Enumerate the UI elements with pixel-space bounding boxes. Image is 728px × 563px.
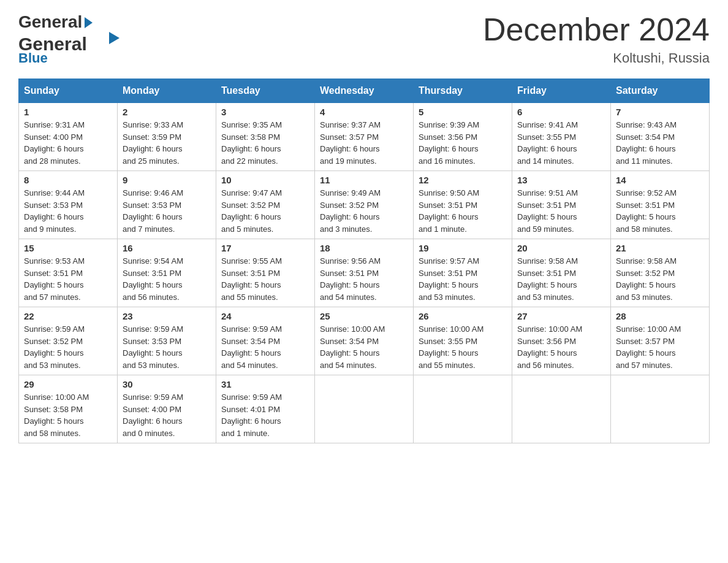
day-info: Sunrise: 9:59 AMSunset: 4:00 PMDaylight:… bbox=[123, 391, 211, 439]
day-cell: 8Sunrise: 9:44 AMSunset: 3:53 PMDaylight… bbox=[19, 171, 118, 239]
day-cell bbox=[315, 375, 414, 443]
day-cell: 13Sunrise: 9:51 AMSunset: 3:51 PMDayligh… bbox=[512, 171, 611, 239]
day-number: 31 bbox=[221, 379, 309, 389]
day-cell: 9Sunrise: 9:46 AMSunset: 3:53 PMDaylight… bbox=[118, 171, 216, 239]
day-cell: 14Sunrise: 9:52 AMSunset: 3:51 PMDayligh… bbox=[611, 171, 710, 239]
day-cell: 25Sunrise: 10:00 AMSunset: 3:54 PMDaylig… bbox=[315, 307, 414, 375]
day-info: Sunrise: 9:59 AMSunset: 3:53 PMDaylight:… bbox=[123, 323, 211, 371]
day-info: Sunrise: 9:58 AMSunset: 3:52 PMDaylight:… bbox=[616, 255, 704, 303]
day-number: 15 bbox=[24, 243, 112, 253]
day-number: 16 bbox=[123, 243, 211, 253]
day-cell: 4Sunrise: 9:37 AMSunset: 3:57 PMDaylight… bbox=[315, 103, 414, 171]
day-info: Sunrise: 9:59 AMSunset: 3:54 PMDaylight:… bbox=[221, 323, 309, 371]
day-info: Sunrise: 9:33 AMSunset: 3:59 PMDaylight:… bbox=[123, 119, 211, 167]
calendar-table: SundayMondayTuesdayWednesdayThursdayFrid… bbox=[18, 79, 710, 443]
day-info: Sunrise: 9:51 AMSunset: 3:51 PMDaylight:… bbox=[517, 187, 605, 235]
calendar-header-row: SundayMondayTuesdayWednesdayThursdayFrid… bbox=[19, 79, 710, 103]
week-row-2: 8Sunrise: 9:44 AMSunset: 3:53 PMDaylight… bbox=[19, 171, 710, 239]
day-info: Sunrise: 9:43 AMSunset: 3:54 PMDaylight:… bbox=[616, 119, 704, 167]
day-number: 25 bbox=[320, 311, 408, 321]
week-row-3: 15Sunrise: 9:53 AMSunset: 3:51 PMDayligh… bbox=[19, 239, 710, 307]
day-info: Sunrise: 9:50 AMSunset: 3:51 PMDaylight:… bbox=[419, 187, 507, 235]
day-cell: 22Sunrise: 9:59 AMSunset: 3:52 PMDayligh… bbox=[19, 307, 118, 375]
day-cell: 19Sunrise: 9:57 AMSunset: 3:51 PMDayligh… bbox=[414, 239, 512, 307]
day-number: 11 bbox=[320, 175, 408, 185]
day-number: 26 bbox=[419, 311, 507, 321]
day-info: Sunrise: 9:31 AMSunset: 4:00 PMDaylight:… bbox=[24, 119, 112, 167]
day-number: 30 bbox=[123, 379, 211, 389]
day-cell: 26Sunrise: 10:00 AMSunset: 3:55 PMDaylig… bbox=[414, 307, 512, 375]
day-number: 21 bbox=[616, 243, 704, 253]
day-info: Sunrise: 9:49 AMSunset: 3:52 PMDaylight:… bbox=[320, 187, 408, 235]
day-info: Sunrise: 9:53 AMSunset: 3:51 PMDaylight:… bbox=[24, 255, 112, 303]
day-cell: 28Sunrise: 10:00 AMSunset: 3:57 PMDaylig… bbox=[611, 307, 710, 375]
day-number: 10 bbox=[221, 175, 309, 185]
day-info: Sunrise: 9:47 AMSunset: 3:52 PMDaylight:… bbox=[221, 187, 309, 235]
day-info: Sunrise: 9:46 AMSunset: 3:53 PMDaylight:… bbox=[123, 187, 211, 235]
header-friday: Friday bbox=[512, 79, 611, 103]
title-section: December 2024 Koltushi, Russia bbox=[483, 12, 710, 66]
day-number: 1 bbox=[24, 107, 112, 117]
week-row-5: 29Sunrise: 10:00 AMSunset: 3:58 PMDaylig… bbox=[19, 375, 710, 443]
day-info: Sunrise: 9:56 AMSunset: 3:51 PMDaylight:… bbox=[320, 255, 408, 303]
day-cell: 20Sunrise: 9:58 AMSunset: 3:51 PMDayligh… bbox=[512, 239, 611, 307]
day-number: 5 bbox=[419, 107, 507, 117]
day-cell: 27Sunrise: 10:00 AMSunset: 3:56 PMDaylig… bbox=[512, 307, 611, 375]
location: Koltushi, Russia bbox=[483, 50, 710, 66]
day-info: Sunrise: 10:00 AMSunset: 3:58 PMDaylight… bbox=[24, 391, 112, 439]
day-number: 4 bbox=[320, 107, 408, 117]
day-info: Sunrise: 9:39 AMSunset: 3:56 PMDaylight:… bbox=[419, 119, 507, 167]
day-cell: 23Sunrise: 9:59 AMSunset: 3:53 PMDayligh… bbox=[118, 307, 216, 375]
day-number: 29 bbox=[24, 379, 112, 389]
day-number: 18 bbox=[320, 243, 408, 253]
day-cell: 6Sunrise: 9:41 AMSunset: 3:55 PMDaylight… bbox=[512, 103, 611, 171]
day-number: 24 bbox=[221, 311, 309, 321]
header-thursday: Thursday bbox=[414, 79, 512, 103]
week-row-1: 1Sunrise: 9:31 AMSunset: 4:00 PMDaylight… bbox=[19, 103, 710, 171]
day-number: 28 bbox=[616, 311, 704, 321]
day-cell: 24Sunrise: 9:59 AMSunset: 3:54 PMDayligh… bbox=[216, 307, 315, 375]
header-wednesday: Wednesday bbox=[315, 79, 414, 103]
day-number: 23 bbox=[123, 311, 211, 321]
day-info: Sunrise: 9:37 AMSunset: 3:57 PMDaylight:… bbox=[320, 119, 408, 167]
week-row-4: 22Sunrise: 9:59 AMSunset: 3:52 PMDayligh… bbox=[19, 307, 710, 375]
day-number: 12 bbox=[419, 175, 507, 185]
day-cell bbox=[512, 375, 611, 443]
header-sunday: Sunday bbox=[19, 79, 118, 103]
day-info: Sunrise: 9:44 AMSunset: 3:53 PMDaylight:… bbox=[24, 187, 112, 235]
day-info: Sunrise: 9:58 AMSunset: 3:51 PMDaylight:… bbox=[517, 255, 605, 303]
day-cell: 7Sunrise: 9:43 AMSunset: 3:54 PMDaylight… bbox=[611, 103, 710, 171]
day-info: Sunrise: 9:35 AMSunset: 3:58 PMDaylight:… bbox=[221, 119, 309, 167]
day-cell: 11Sunrise: 9:49 AMSunset: 3:52 PMDayligh… bbox=[315, 171, 414, 239]
day-cell: 18Sunrise: 9:56 AMSunset: 3:51 PMDayligh… bbox=[315, 239, 414, 307]
day-number: 13 bbox=[517, 175, 605, 185]
day-number: 9 bbox=[123, 175, 211, 185]
day-info: Sunrise: 9:54 AMSunset: 3:51 PMDaylight:… bbox=[123, 255, 211, 303]
day-number: 14 bbox=[616, 175, 704, 185]
day-number: 20 bbox=[517, 243, 605, 253]
day-cell: 12Sunrise: 9:50 AMSunset: 3:51 PMDayligh… bbox=[414, 171, 512, 239]
day-cell: 2Sunrise: 9:33 AMSunset: 3:59 PMDaylight… bbox=[118, 103, 216, 171]
day-info: Sunrise: 9:52 AMSunset: 3:51 PMDaylight:… bbox=[616, 187, 704, 235]
day-cell: 10Sunrise: 9:47 AMSunset: 3:52 PMDayligh… bbox=[216, 171, 315, 239]
day-info: Sunrise: 9:55 AMSunset: 3:51 PMDaylight:… bbox=[221, 255, 309, 303]
day-number: 27 bbox=[517, 311, 605, 321]
day-cell: 17Sunrise: 9:55 AMSunset: 3:51 PMDayligh… bbox=[216, 239, 315, 307]
day-info: Sunrise: 10:00 AMSunset: 3:55 PMDaylight… bbox=[419, 323, 507, 371]
svg-marker-1 bbox=[109, 32, 119, 44]
day-info: Sunrise: 9:59 AMSunset: 3:52 PMDaylight:… bbox=[24, 323, 112, 371]
day-cell: 5Sunrise: 9:39 AMSunset: 3:56 PMDaylight… bbox=[414, 103, 512, 171]
day-number: 22 bbox=[24, 311, 112, 321]
day-cell: 29Sunrise: 10:00 AMSunset: 3:58 PMDaylig… bbox=[19, 375, 118, 443]
day-cell bbox=[414, 375, 512, 443]
logo-svg: General Blue bbox=[18, 27, 123, 64]
month-title: December 2024 bbox=[483, 12, 710, 47]
logo: General General Blue bbox=[18, 12, 123, 64]
day-number: 6 bbox=[517, 107, 605, 117]
day-info: Sunrise: 10:00 AMSunset: 3:56 PMDaylight… bbox=[517, 323, 605, 371]
day-cell: 30Sunrise: 9:59 AMSunset: 4:00 PMDayligh… bbox=[118, 375, 216, 443]
day-number: 17 bbox=[221, 243, 309, 253]
day-cell bbox=[611, 375, 710, 443]
day-cell: 31Sunrise: 9:59 AMSunset: 4:01 PMDayligh… bbox=[216, 375, 315, 443]
header-monday: Monday bbox=[118, 79, 216, 103]
